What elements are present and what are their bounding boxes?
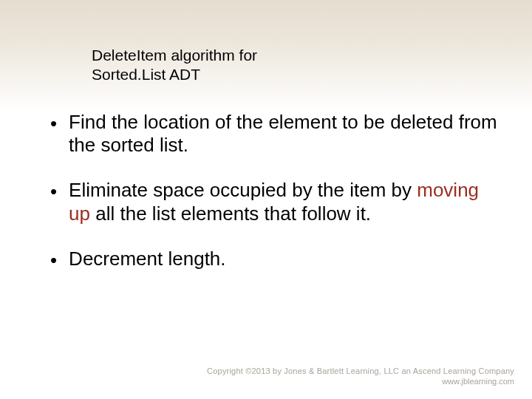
bullet-text: Eliminate space occupied by the item by …: [69, 179, 502, 225]
bullet-text: Find the location of the element to be d…: [69, 111, 502, 157]
list-item: • Find the location of the element to be…: [50, 111, 502, 157]
bullet-list: • Find the location of the element to be…: [50, 111, 502, 294]
slide-title: DeleteItem algorithm for Sorted.List ADT: [92, 46, 257, 85]
list-item: • Eliminate space occupied by the item b…: [50, 179, 502, 225]
title-line-2: Sorted.List ADT: [92, 66, 200, 83]
bullet-icon: •: [50, 180, 57, 203]
bullet-icon: •: [50, 112, 57, 135]
bullet-icon: •: [50, 249, 57, 272]
footer-url: www.jblearning.com: [207, 377, 514, 386]
bullet-text: Decrement length.: [69, 248, 502, 270]
title-line-1: DeleteItem algorithm for: [92, 47, 257, 64]
bullet-pre: Decrement length.: [69, 248, 225, 270]
bullet-pre: Eliminate space occupied by the item by: [69, 179, 417, 201]
bullet-post: all the list elements that follow it.: [90, 202, 371, 225]
copyright-text: Copyright ©2013 by Jones & Bartlett Lear…: [207, 366, 514, 375]
list-item: • Decrement length.: [50, 248, 502, 272]
bullet-pre: Find the location of the element to be d…: [69, 111, 497, 156]
footer: Copyright ©2013 by Jones & Bartlett Lear…: [207, 366, 514, 386]
